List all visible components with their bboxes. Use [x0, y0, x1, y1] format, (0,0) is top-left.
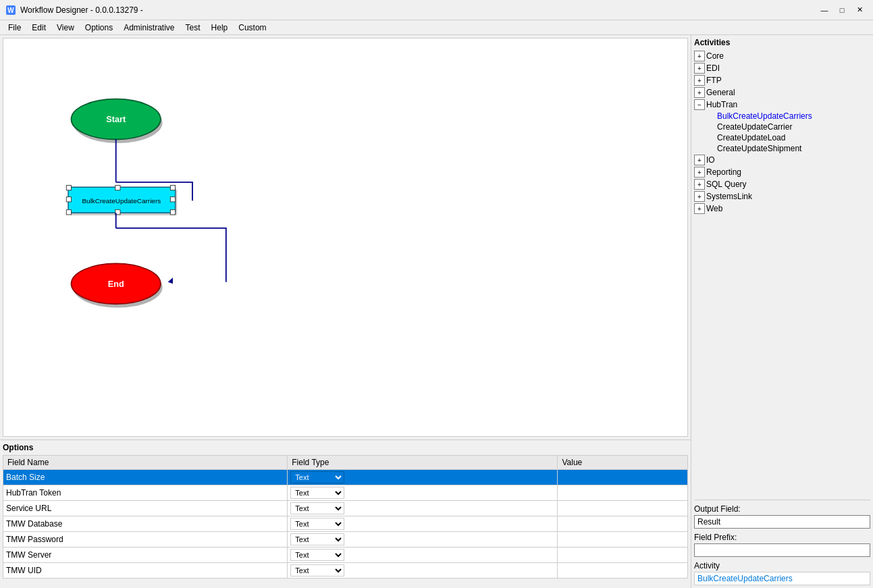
options-row-5[interactable]: TMW ServerText	[3, 547, 688, 563]
expander-io[interactable]: +	[694, 155, 705, 165]
expander-web[interactable]: +	[694, 203, 705, 214]
menu-administrative[interactable]: Administrative	[118, 22, 180, 34]
field-value-cell-3[interactable]	[558, 516, 688, 532]
tree-leaf-carrier[interactable]: CreateUpdateCarrier	[716, 122, 870, 132]
expander-hubtran[interactable]: −	[694, 99, 705, 110]
expander-general[interactable]: +	[694, 87, 705, 98]
svg-rect-14	[66, 210, 71, 215]
tree-leaf-shipment[interactable]: CreateUpdateShipment	[716, 143, 870, 154]
menu-options[interactable]: Options	[80, 22, 118, 34]
menu-custom[interactable]: Custom	[233, 22, 271, 34]
close-button[interactable]: ✕	[851, 3, 868, 17]
svg-text:End: End	[108, 279, 124, 289]
expander-systemslink[interactable]: +	[694, 191, 705, 202]
tree-item-core[interactable]: + Core	[694, 50, 870, 62]
field-value-cell-4[interactable]	[558, 532, 688, 547]
col-value: Value	[558, 456, 688, 470]
field-name-cell-2: Service URL	[3, 501, 288, 516]
maximize-button[interactable]: □	[834, 3, 850, 17]
minimize-button[interactable]: —	[816, 3, 832, 17]
activities-section: Activities + Core + EDI + FTP	[694, 38, 870, 497]
menu-view[interactable]: View	[51, 22, 80, 34]
field-name-cell-5: TMW Server	[3, 547, 288, 563]
type-dropdown-6[interactable]: Text	[290, 564, 344, 577]
expander-edi[interactable]: +	[694, 63, 705, 74]
type-dropdown-4[interactable]: Text	[290, 533, 344, 545]
col-fieldname: Field Name	[3, 456, 288, 470]
menu-help[interactable]: Help	[206, 22, 234, 34]
tree-item-general[interactable]: + General	[694, 86, 870, 99]
canvas-area[interactable]: Start BulkCreateUpdateCarriers	[3, 38, 688, 437]
activity-label: Activity	[694, 561, 870, 570]
tree-item-ftp[interactable]: + FTP	[694, 74, 870, 86]
menu-bar: File Edit View Options Administrative Te…	[0, 20, 873, 35]
options-row-6[interactable]: TMW UIDText	[3, 563, 688, 579]
tree-leaf-load[interactable]: CreateUpdateLoad	[716, 132, 870, 143]
col-fieldtype: Field Type	[288, 456, 558, 470]
field-type-cell-6: Text	[288, 563, 558, 579]
title-text: Workflow Designer - 0.0.0.13279 -	[20, 5, 816, 15]
tree-item-web[interactable]: + Web	[694, 203, 870, 215]
type-dropdown-5[interactable]: Text	[290, 549, 344, 561]
app-icon: W	[5, 5, 16, 16]
tree-leaf-bulk[interactable]: BulkCreateUpdateCarriers	[716, 111, 870, 122]
field-prefix-label: Field Prefix:	[694, 533, 870, 542]
tree-item-hubtran[interactable]: − HubTran	[694, 99, 870, 111]
expander-reporting[interactable]: +	[694, 167, 705, 178]
options-row-4[interactable]: TMW PasswordText	[3, 532, 688, 547]
main-content: Start BulkCreateUpdateCarriers	[0, 35, 873, 588]
svg-rect-16	[66, 197, 71, 202]
center-area: Start BulkCreateUpdateCarriers	[0, 35, 691, 588]
tree-item-edi[interactable]: + EDI	[694, 62, 870, 74]
options-panel: Options Field Name Field Type Value Batc…	[0, 439, 691, 588]
svg-text:Start: Start	[106, 115, 126, 124]
type-dropdown-3[interactable]: Text	[290, 518, 344, 530]
field-value-cell-2[interactable]	[558, 501, 688, 516]
expander-core[interactable]: +	[694, 51, 705, 61]
type-dropdown-1[interactable]: Text	[290, 487, 344, 499]
svg-rect-15	[170, 210, 175, 215]
tree-item-io[interactable]: + IO	[694, 154, 870, 166]
right-panel: Activities + Core + EDI + FTP	[691, 35, 873, 588]
menu-test[interactable]: Test	[180, 22, 206, 34]
field-prefix-input[interactable]	[694, 543, 870, 557]
svg-rect-11	[66, 185, 71, 190]
tree-item-sqlquery[interactable]: + SQL Query	[694, 178, 870, 190]
options-row-0[interactable]: Batch SizeText	[3, 470, 688, 485]
field-value-cell-6[interactable]	[558, 563, 688, 579]
field-value-cell-1[interactable]	[558, 485, 688, 501]
tree-label-reporting: Reporting	[706, 167, 741, 177]
expander-ftp[interactable]: +	[694, 75, 705, 86]
svg-rect-12	[115, 185, 120, 190]
tree-item-reporting[interactable]: + Reporting	[694, 166, 870, 178]
field-type-cell-2: Text	[288, 501, 558, 516]
field-name-cell-3: TMW Database	[3, 516, 288, 532]
tree-label-ftp: FTP	[706, 76, 722, 85]
output-field-input[interactable]	[694, 515, 870, 529]
workflow-canvas: Start BulkCreateUpdateCarriers	[3, 38, 687, 436]
field-type-cell-1: Text	[288, 485, 558, 501]
tree-item-systemslink[interactable]: + SystemsLink	[694, 190, 870, 203]
menu-edit[interactable]: Edit	[26, 22, 51, 34]
options-row-2[interactable]: Service URLText	[3, 501, 688, 516]
activities-tree: + Core + EDI + FTP + General	[694, 50, 870, 215]
tree-label-hubtran: HubTran	[706, 100, 737, 109]
type-dropdown-2[interactable]: Text	[290, 502, 344, 514]
tree-label-edi: EDI	[706, 63, 720, 73]
field-name-cell-1: HubTran Token	[3, 485, 288, 501]
svg-rect-17	[170, 197, 175, 202]
options-row-3[interactable]: TMW DatabaseText	[3, 516, 688, 532]
svg-text:BulkCreateUpdateCarriers: BulkCreateUpdateCarriers	[82, 197, 161, 205]
field-value-cell-5[interactable]	[558, 547, 688, 563]
field-value-cell-0[interactable]	[558, 470, 688, 485]
tree-label-io: IO	[706, 155, 715, 165]
options-row-1[interactable]: HubTran TokenText	[3, 485, 688, 501]
type-dropdown-0[interactable]: Text	[290, 471, 344, 483]
field-type-cell-4: Text	[288, 532, 558, 547]
output-section: Output Field: Field Prefix: Activity Bul…	[694, 500, 870, 585]
expander-sqlquery[interactable]: +	[694, 179, 705, 190]
tree-label-sqlquery: SQL Query	[706, 180, 747, 189]
field-name-cell-6: TMW UID	[3, 563, 288, 579]
menu-file[interactable]: File	[3, 22, 26, 34]
tree-label-systemslink: SystemsLink	[706, 192, 752, 201]
